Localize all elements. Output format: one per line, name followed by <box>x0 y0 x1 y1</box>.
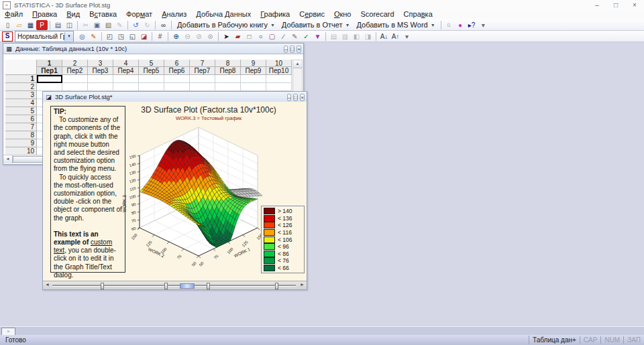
row-header[interactable]: 6 <box>5 115 37 123</box>
cut-icon[interactable]: ✂ <box>80 20 91 30</box>
data-cell[interactable] <box>139 75 164 83</box>
menu-item-2[interactable]: Вид <box>62 10 85 19</box>
col-header-name[interactable]: Пер8 <box>215 67 241 75</box>
toolbar-more-arrow[interactable]: ▾ <box>478 20 489 30</box>
redo-icon[interactable]: ↻ <box>142 20 153 30</box>
menu-item-5[interactable]: Анализ <box>157 10 191 19</box>
zoom-area-icon[interactable]: ⊘ <box>193 31 205 42</box>
chart-legend[interactable]: > 140< 136< 126< 116< 106< 96< 86< 76< 6… <box>261 206 305 273</box>
menu-item-0[interactable]: Файл <box>0 10 28 19</box>
send-back-icon[interactable]: ◨ <box>362 31 374 42</box>
row-header[interactable]: 8 <box>5 131 37 139</box>
help-pointer-icon[interactable]: ▸? <box>466 20 478 30</box>
col-header-name[interactable]: Пер1 <box>37 67 62 75</box>
data-cell[interactable] <box>241 83 266 91</box>
app-maximize-button[interactable]: □ <box>606 1 625 9</box>
slider-handle[interactable] <box>207 283 210 289</box>
bring-front-icon[interactable]: ◧ <box>351 31 362 42</box>
zoom-reset-icon[interactable]: ⊗ <box>205 31 216 42</box>
data-cell[interactable] <box>190 75 215 83</box>
graph-canvas[interactable]: TIP:To customize any of the components o… <box>43 102 307 281</box>
combo-arrow-icon[interactable]: ▼ <box>64 32 73 41</box>
zoom-window-icon[interactable]: ◰ <box>104 31 115 42</box>
edit-graph-icon[interactable]: ✎ <box>88 31 99 42</box>
pdf-icon[interactable]: P <box>36 20 48 30</box>
graph-style-select[interactable]: Нормальный Гра...▼ <box>15 31 74 42</box>
window-arrow-icon[interactable]: ◱ <box>127 31 138 42</box>
ellipse-tool-icon[interactable]: ○ <box>255 31 266 42</box>
col-header-name[interactable]: Пер9 <box>241 67 266 75</box>
align-icon[interactable]: ▤ <box>328 31 339 42</box>
print-icon[interactable]: ▤ <box>52 20 64 30</box>
data-cell[interactable] <box>266 75 292 83</box>
data-cell[interactable] <box>88 83 113 91</box>
toolbar2-more-arrow[interactable]: ▾ <box>401 31 413 42</box>
slider-handle[interactable] <box>275 283 278 289</box>
data-cell[interactable] <box>266 83 292 91</box>
slider-left-icon[interactable]: ◄ <box>45 282 50 287</box>
rounded-rect-tool-icon[interactable]: ▢ <box>266 31 278 42</box>
graph-minimize-button[interactable]: – <box>287 94 291 101</box>
menu-item-10[interactable]: Scorecard <box>356 10 398 19</box>
slider-blue-indicator[interactable] <box>180 283 195 289</box>
graph-close-button[interactable]: × <box>300 94 305 101</box>
mini-graph-icon[interactable]: ◪ <box>138 31 150 42</box>
menu-item-11[interactable]: Справка <box>399 10 437 19</box>
add-to-workbook-button[interactable]: Добавить в Рабочую книгу▼ <box>174 20 278 30</box>
app-close-button[interactable]: × <box>625 1 644 9</box>
scroll-left-icon[interactable]: ◄ <box>3 155 13 163</box>
zoom-out-icon[interactable]: ⊖ <box>182 31 193 42</box>
col-header-num[interactable]: 6 <box>164 60 190 67</box>
pointer-tool-icon[interactable]: ➤ <box>221 31 232 42</box>
line-tool-icon[interactable]: ∕ <box>278 31 289 42</box>
chart-title[interactable]: 3D Surface Plot (Factor.sta 10v*100c) <box>122 105 295 115</box>
menu-item-3[interactable]: Вставка <box>85 10 121 19</box>
data-cell[interactable] <box>62 83 88 91</box>
add-to-report-button[interactable]: Добавить в Отчет▼ <box>278 20 354 30</box>
row-header[interactable]: 5 <box>5 107 37 115</box>
graph-maximize-button[interactable]: □ <box>293 94 298 101</box>
pen-tool-icon[interactable]: ✎ <box>289 31 301 42</box>
layout-icon[interactable]: ▥ <box>339 31 351 42</box>
col-header-name[interactable]: Пер10 <box>266 67 292 75</box>
rect-tool-icon[interactable]: □ <box>244 31 255 42</box>
data-cell[interactable] <box>113 83 139 91</box>
menu-item-8[interactable]: Сервис <box>294 10 329 19</box>
col-header-num[interactable]: 2 <box>62 60 88 67</box>
data-cell[interactable] <box>139 83 164 91</box>
data-cell[interactable] <box>113 75 139 83</box>
col-header-name[interactable]: Пер6 <box>164 67 190 75</box>
data-cell[interactable] <box>164 83 190 91</box>
sheet-maximize-button[interactable]: □ <box>290 46 294 53</box>
menu-item-6[interactable]: Добыча Данных <box>191 10 256 19</box>
col-header-name[interactable]: Пер4 <box>113 67 139 75</box>
check-tool-icon[interactable]: ✓ <box>301 31 312 42</box>
paste-icon[interactable]: ▧ <box>103 20 114 30</box>
data-cell[interactable] <box>215 83 241 91</box>
row-header[interactable]: 3 <box>5 91 37 99</box>
graph-window[interactable]: ◪ 3D Surface Plot.stg* –□× TIP:To custom… <box>42 91 307 290</box>
sheet-close-button[interactable]: × <box>297 46 301 53</box>
find-icon[interactable]: ∞ <box>158 20 169 30</box>
font-decrease-icon[interactable]: A↓ <box>378 31 390 42</box>
undo-icon[interactable]: ↺ <box>130 20 142 30</box>
col-header-num[interactable]: 4 <box>113 60 139 67</box>
duplicate-window-icon[interactable]: ◳ <box>115 31 127 42</box>
data-cell[interactable] <box>164 75 190 83</box>
data-cell[interactable] <box>37 75 62 83</box>
menu-item-7[interactable]: Графика <box>256 10 294 19</box>
col-header-num[interactable]: 10 <box>266 60 292 67</box>
zoom-in-icon[interactable]: ⊕ <box>170 31 182 42</box>
col-header-num[interactable]: 3 <box>88 60 113 67</box>
data-cell[interactable] <box>241 75 266 83</box>
app-minimize-button[interactable]: – <box>588 1 606 9</box>
col-header-name[interactable]: Пер7 <box>190 67 215 75</box>
row-header[interactable]: 1 <box>5 75 37 83</box>
col-header-name[interactable]: Пер3 <box>88 67 113 75</box>
print-preview-icon[interactable]: ◫ <box>64 20 75 30</box>
data-cell[interactable] <box>62 75 88 83</box>
slider-right-icon[interactable]: ► <box>300 282 305 287</box>
col-header-num[interactable]: 1 <box>37 60 62 67</box>
menu-item-9[interactable]: Окно <box>329 10 356 19</box>
add-to-msword-button[interactable]: Добавить в MS Word▼ <box>353 20 438 30</box>
